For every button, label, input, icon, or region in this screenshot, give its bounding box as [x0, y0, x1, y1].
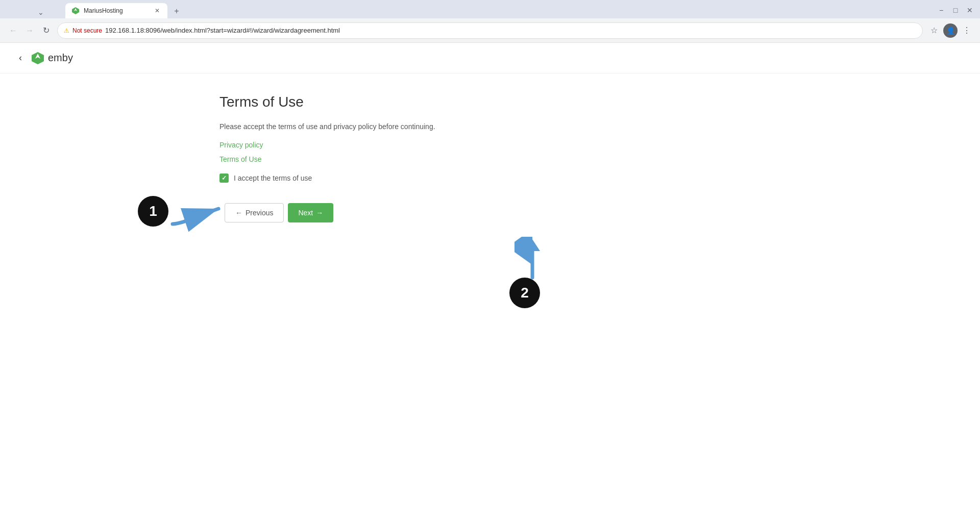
forward-nav-button[interactable]: → — [22, 23, 37, 38]
browser-tab[interactable]: MariusHosting ✕ — [65, 3, 167, 18]
privacy-policy-link[interactable]: Privacy policy — [219, 141, 263, 149]
page-content: ‹ emby Terms of Use Please accept the te… — [0, 43, 980, 522]
back-nav-button[interactable]: ← — [6, 23, 20, 38]
checkbox-checkmark: ✓ — [222, 175, 227, 182]
previous-button[interactable]: ← Previous — [225, 203, 284, 222]
svg-marker-6 — [525, 239, 540, 251]
emby-logo-icon — [31, 51, 45, 65]
security-icon: ⚠ — [64, 27, 69, 34]
description-text: Please accept the terms of use and priva… — [219, 122, 435, 131]
address-bar: ← → ↻ ⚠ Not secure 192.168.1.18:8096/web… — [0, 18, 980, 43]
tab-list-button[interactable]: ⌄ — [35, 6, 47, 18]
profile-avatar[interactable]: 👤 — [943, 23, 958, 38]
minimize-button[interactable]: − — [935, 4, 947, 16]
tab-favicon — [71, 7, 80, 15]
maximize-button[interactable]: □ — [949, 4, 962, 16]
previous-arrow-icon: ← — [235, 209, 242, 217]
bookmark-button[interactable]: ☆ — [927, 23, 941, 38]
page-title: Terms of Use — [219, 94, 304, 110]
emby-header: ‹ emby — [0, 43, 980, 73]
reload-button[interactable]: ↻ — [39, 23, 53, 38]
tab-close-button[interactable]: ✕ — [153, 7, 161, 15]
annotation-arrow-2 — [514, 237, 555, 283]
accept-checkbox[interactable]: ✓ — [219, 173, 229, 183]
url-bar[interactable]: ⚠ Not secure 192.168.1.18:8096/web/index… — [57, 22, 923, 39]
close-button[interactable]: ✕ — [964, 4, 976, 16]
browser-tab-bar: − □ ✕ ⌄ MariusHosting ✕ + — [0, 0, 980, 18]
url-text: 192.168.1.18:8096/web/index.html?start=w… — [105, 27, 340, 34]
menu-button[interactable]: ⋮ — [960, 23, 974, 38]
wizard-nav-buttons: ← Previous Next → — [225, 203, 980, 222]
terms-of-use-link[interactable]: Terms of Use — [219, 155, 261, 163]
annotation-circle-2: 2 — [509, 278, 540, 308]
annotation-2: 2 — [509, 278, 540, 308]
tab-title: MariusHosting — [84, 7, 149, 14]
next-button[interactable]: Next → — [288, 203, 333, 222]
security-label: Not secure — [72, 27, 102, 34]
accept-terms-row: ✓ I accept the terms of use — [219, 173, 312, 183]
next-label: Next — [298, 209, 313, 217]
emby-logo-text: emby — [48, 52, 73, 64]
checkbox-label: I accept the terms of use — [234, 174, 312, 182]
emby-logo: emby — [31, 51, 73, 65]
back-button[interactable]: ‹ — [12, 50, 29, 66]
next-arrow-icon: → — [316, 209, 323, 217]
previous-label: Previous — [246, 209, 273, 217]
new-tab-button[interactable]: + — [169, 4, 184, 18]
wizard-content: Terms of Use Please accept the terms of … — [0, 73, 980, 203]
